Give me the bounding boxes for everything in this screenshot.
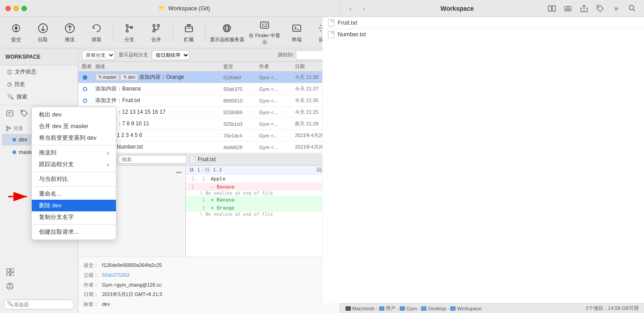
diff-panel: 📄 Fruit.txt ••• 块 1：行 1-3 回滚区！ 1 [186, 153, 340, 257]
author-2: Gym <... [259, 86, 295, 92]
diff-section-header: 块 1：行 1-3 回滚区！ [186, 166, 340, 175]
finder-label: 在 Finder 中显示 [247, 32, 282, 46]
menu-item-checkout[interactable]: 检出 dev [32, 109, 116, 120]
diff-section-label: 块 1：行 1-3 [189, 167, 222, 173]
desc-cell-2: 添加内容：Banana [92, 85, 223, 93]
merge-button[interactable]: 合并 [144, 20, 169, 45]
commit-detail-date-value: 2021年5月1日 GMT+8 21:3 [102, 290, 166, 300]
remote-button[interactable]: 显示远程服务器 [209, 20, 245, 45]
breadcrumb-gym-icon [400, 306, 405, 311]
finder-share-button[interactable] [578, 2, 590, 15]
svg-rect-42 [11, 273, 14, 276]
sidebar-filter-input[interactable] [4, 300, 74, 309]
col-desc: 描述 [92, 63, 223, 70]
svg-rect-24 [262, 23, 264, 26]
sort-select[interactable]: 按日期排序 [152, 50, 190, 60]
finder-search-button[interactable] [626, 2, 639, 15]
terminal-button[interactable]: 终端 [284, 20, 309, 45]
finder-back-button[interactable]: ‹ [345, 4, 355, 13]
file-more-icon[interactable]: ••• [176, 170, 182, 176]
finder-count: 2个项目，14.58 GB可用 [585, 305, 639, 312]
commit-hash-5: 325b1d3 [223, 121, 259, 127]
commit-row-6[interactable]: 加内容：1 2 3 4 5 670e1dc4Gym <...2021年4月26日… [78, 130, 340, 141]
fetch-button[interactable]: 抓取 [84, 20, 109, 45]
finder-item-fruit[interactable]: Fruit.txt [340, 17, 644, 29]
commit-list-header: 图表 描述 提交 作者 日期 [78, 62, 340, 72]
finder-arrange-button[interactable] [562, 2, 574, 15]
branch-button[interactable]: 分支 [117, 20, 142, 45]
toolbar-separator-2 [172, 24, 173, 42]
finder-view-options-button[interactable] [546, 2, 558, 15]
author-3: Gym <... [259, 98, 295, 103]
submenu-arrow-push-to: › [107, 150, 109, 156]
desc-cell-3: 添加文件：Fruit.txt [92, 97, 223, 104]
sidebar-repo-icon[interactable] [4, 107, 16, 120]
svg-rect-23 [260, 22, 269, 28]
svg-rect-49 [565, 6, 567, 9]
finder-body: desk › Workspace › Fruit.txt Number.txt [340, 17, 644, 303]
sidebar-item-search[interactable]: 🔍 搜索 [0, 90, 78, 103]
sidebar-bottom-icon-2[interactable] [4, 280, 16, 292]
merge-icon [150, 22, 162, 34]
menu-item-rebase[interactable]: 将当前变更变基到 dev [32, 132, 116, 144]
menu-item-compare[interactable]: 与当前对比 [32, 173, 116, 185]
breadcrumb-users: 用户 [386, 305, 396, 312]
file-search-input[interactable] [118, 155, 188, 164]
menu-item-push-to[interactable]: 推送到› [32, 147, 116, 159]
svg-point-44 [9, 284, 11, 286]
menu-item-track[interactable]: 跟踪远程分支› [32, 159, 116, 170]
finder-button[interactable]: 在 Finder 中显示 [247, 20, 282, 45]
pull-button[interactable]: 拉取 [30, 20, 55, 45]
diff-body: 块 1：行 1-3 回滚区！ 1 1 Apple 2 - Banana [186, 166, 340, 257]
stash-button[interactable]: 贮藏 [176, 20, 201, 45]
finder-forward-button[interactable]: › [359, 4, 369, 13]
svg-rect-40 [7, 273, 10, 276]
minimize-button[interactable] [13, 6, 19, 11]
svg-rect-52 [568, 10, 571, 11]
col-author: 作者 [259, 63, 295, 70]
sidebar-tag-icon[interactable] [18, 107, 30, 120]
sidebar-bottom-icon-1[interactable] [4, 266, 16, 278]
finder-titlebar: ‹ › Workspace [340, 0, 644, 17]
menu-item-rename[interactable]: 重命名... [32, 188, 116, 200]
diff-file-icon: 📄 [189, 156, 196, 163]
commit-row-4[interactable]: 添加内容：12 13 14 15 16 175336986Gym <...今天 … [78, 107, 340, 118]
menu-item-delete[interactable]: 删除 dev [32, 200, 116, 211]
commit-row-5[interactable]: 气加内容：7 8 9 10 11325b1d3Gym <...前天 21:28 [78, 118, 340, 130]
toolbar-separator-1 [113, 24, 113, 42]
finder-item-number[interactable]: Number.txt [340, 29, 644, 40]
finder-title: Workspace [372, 5, 542, 12]
commit-hash-2: 50ab375 [223, 86, 259, 92]
author-1: Gym <... [259, 75, 295, 80]
menu-item-pull-request[interactable]: 创建拉取请求... [32, 226, 116, 238]
svg-point-12 [153, 30, 155, 32]
commit-row-1[interactable]: ↰ master↰ dev添加内容：Orangef126de0Gym <...今… [78, 72, 340, 83]
history-icon: ◷ [7, 81, 12, 87]
menu-item-merge[interactable]: 合并 dev 至 master [32, 120, 116, 132]
commit-row-7[interactable]: 加文件：Number.txt4ddd628Gym <...2021年4月26日.… [78, 141, 340, 153]
terminal-label: 终端 [292, 36, 302, 43]
push-button[interactable]: 推送 [57, 20, 82, 45]
svg-rect-31 [7, 111, 13, 116]
commit-detail-date-label: 日期： [84, 290, 102, 300]
branch-filter-select[interactable]: 所有分支 [82, 50, 115, 60]
sidebar-item-history[interactable]: ◷ 历史 [0, 78, 78, 90]
commit-row-3[interactable]: 添加文件：Fruit.txt8890610Gym <...今天 21:35 [78, 95, 340, 107]
commit-detail-parent-label: 父级： [84, 270, 102, 280]
commit-row-2[interactable]: 添加内容：Banana50ab375Gym <...今天 21:37 [78, 83, 340, 95]
sidebar-item-file-status[interactable]: ◫ 文件状态 [0, 65, 78, 78]
svg-point-11 [158, 25, 160, 27]
maximize-button[interactable] [21, 6, 27, 11]
svg-point-10 [153, 25, 155, 27]
menu-item-copy-name[interactable]: 复制分支名字 [32, 211, 116, 223]
diff-file-name: Fruit.txt [198, 156, 216, 163]
commit-detail-parent-link[interactable]: 50ab375263 [102, 272, 129, 278]
finder-tag-button[interactable] [594, 2, 606, 15]
commit-button[interactable]: 提交 [4, 20, 29, 45]
close-button[interactable] [5, 6, 11, 11]
col-graph: 图表 [78, 63, 92, 70]
sidebar-history-label: 历史 [14, 81, 25, 88]
pull-label: 拉取 [38, 36, 48, 43]
finder-more-button[interactable]: » [610, 2, 623, 15]
search-icon: 🔍 [7, 94, 14, 100]
